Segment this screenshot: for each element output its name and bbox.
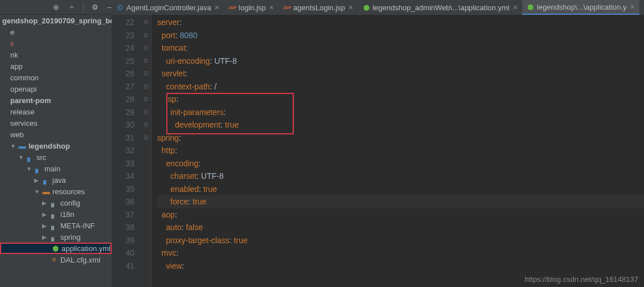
tree-item-label: resources xyxy=(52,187,85,196)
line-number-gutter: 2223242526272829303132333435363738394041 xyxy=(112,15,140,287)
code-editor[interactable]: 2223242526272829303132333435363738394041… xyxy=(112,15,644,287)
code-line[interactable]: context-path: / xyxy=(157,80,644,93)
code-line[interactable]: view: xyxy=(157,260,644,273)
project-sidebar[interactable]: gendshop_20190709_spring_boot esnkappcom… xyxy=(0,15,112,287)
close-icon[interactable]: × xyxy=(513,3,518,12)
fold-gutter[interactable]: ⊟⊟⊟⊟⊟⊟⊟⊟⊟⊟ xyxy=(140,15,151,287)
code-line[interactable]: init-parameters: xyxy=(157,106,644,119)
code-line[interactable]: mvc: xyxy=(157,247,644,260)
code-line[interactable]: proxy-target-class: true xyxy=(157,234,644,247)
tab-label: legendshop_adminWeb\...\application.yml xyxy=(372,3,509,12)
tree-item-label: spring xyxy=(60,233,80,241)
editor-tab[interactable]: JSPagentsLogin.jsp× xyxy=(278,0,358,15)
tab-label: legendshop\...\application.y xyxy=(537,3,627,11)
tab-label: login.jsp xyxy=(239,3,266,12)
close-icon[interactable]: × xyxy=(348,3,353,12)
tree-item[interactable]: parent-pom xyxy=(0,95,112,106)
chevron-right-icon[interactable]: ▶ xyxy=(42,234,48,240)
tree-item-label: META-INF xyxy=(60,222,95,230)
code-content[interactable]: server: port: 8080 tomcat: uri-encoding:… xyxy=(151,15,644,287)
editor-tab[interactable]: ⬢legendshop\...\application.y× xyxy=(522,0,639,15)
chevron-right-icon[interactable]: ▶ xyxy=(42,200,48,206)
code-line[interactable]: uri-encoding: UTF-8 xyxy=(157,55,644,68)
tree-item[interactable]: ▶▖config xyxy=(0,197,112,208)
gear-icon[interactable]: ⚙ xyxy=(91,3,100,12)
tree-item-label: legendshop xyxy=(28,142,70,150)
tree-item[interactable]: openapi xyxy=(0,83,112,95)
chevron-down-icon[interactable]: ▼ xyxy=(10,143,16,149)
tree-item[interactable]: s xyxy=(0,38,112,49)
editor-tabs-bar: ©AgentLoginController.java×JSPlogin.jsp×… xyxy=(112,0,644,15)
tree-item[interactable]: ▼▬legendshop xyxy=(0,140,112,151)
tree-item-label: web xyxy=(10,130,24,139)
toolbar-separator xyxy=(83,2,84,13)
code-line[interactable]: servlet: xyxy=(157,67,644,80)
tree-item-label: config xyxy=(60,199,80,207)
tree-item-label: java xyxy=(52,176,66,184)
close-icon[interactable]: × xyxy=(215,3,219,12)
main-area: gendshop_20190709_spring_boot esnkappcom… xyxy=(0,15,644,287)
tree-item-label: DAL.cfg.xml xyxy=(60,256,100,264)
editor-tab[interactable]: JSPlogin.jsp× xyxy=(224,0,278,15)
target-icon[interactable]: ⊕ xyxy=(51,3,60,12)
tree-item[interactable]: ⬢application.yml xyxy=(0,243,112,254)
tree-item-label: parent-pom xyxy=(10,96,51,105)
code-line[interactable]: force: true xyxy=(157,195,644,208)
code-line[interactable]: auto: false xyxy=(157,221,644,234)
divide-icon[interactable]: ÷ xyxy=(67,3,76,12)
tree-item-label: app xyxy=(10,62,23,71)
chevron-down-icon[interactable]: ▼ xyxy=(26,166,32,172)
code-line[interactable]: aop: xyxy=(157,208,644,222)
code-line[interactable]: server: xyxy=(157,16,644,29)
chevron-right-icon[interactable]: ▶ xyxy=(42,211,48,218)
tree-item[interactable]: ▶▖META-INF xyxy=(0,220,112,231)
tree-item[interactable]: services xyxy=(0,117,112,129)
tree-item[interactable]: ▼▖main xyxy=(0,163,112,174)
tree-item[interactable]: app xyxy=(0,60,112,72)
project-root[interactable]: gendshop_20190709_spring_boot xyxy=(0,15,112,26)
code-line[interactable]: encoding: xyxy=(157,157,644,170)
tree-item[interactable]: ⚙DAL.cfg.xml xyxy=(0,254,112,265)
tree-item[interactable]: e xyxy=(0,26,112,38)
tree-item[interactable]: ▼▬resources xyxy=(0,186,112,197)
watermark-text: https://blog.csdn.net/qq_16148137 xyxy=(525,275,639,284)
tree-item[interactable]: ▶▖i18n xyxy=(0,208,112,220)
chevron-down-icon[interactable]: ▼ xyxy=(34,188,40,195)
tree-item[interactable]: ▶▖spring xyxy=(0,231,112,243)
tree-item-label: s xyxy=(10,39,14,48)
chevron-right-icon[interactable]: ▶ xyxy=(42,223,48,229)
chevron-down-icon[interactable]: ▼ xyxy=(18,154,24,161)
tab-label: agentsLogin.jsp xyxy=(293,3,345,12)
editor-tab[interactable]: ©AgentLoginController.java× xyxy=(112,0,224,15)
close-icon[interactable]: × xyxy=(269,3,274,12)
tree-item[interactable]: ▼▖src xyxy=(0,151,112,163)
close-icon[interactable]: × xyxy=(630,2,634,11)
tree-item-label: i18n xyxy=(60,210,75,219)
tab-label: AgentLoginController.java xyxy=(126,3,211,12)
code-line[interactable]: enabled: true xyxy=(157,183,644,196)
tree-item-label: services xyxy=(10,119,38,128)
tree-item[interactable]: nk xyxy=(0,49,112,60)
tree-item[interactable]: web xyxy=(0,129,112,140)
chevron-right-icon[interactable]: ▶ xyxy=(34,177,40,183)
code-line[interactable]: development: true xyxy=(157,118,644,132)
tree-item-label: main xyxy=(44,165,60,173)
tree-item-label: src xyxy=(36,153,46,162)
code-line[interactable]: tomcat: xyxy=(157,42,644,55)
tree-item-label: e xyxy=(10,28,14,36)
tree-item[interactable]: common xyxy=(0,72,112,83)
tree-item-label: nk xyxy=(10,51,18,59)
tree-item-label: application.yml xyxy=(61,244,110,253)
tree-item-label: release xyxy=(10,108,35,116)
tree-item[interactable]: ▶▖java xyxy=(0,174,112,186)
code-line[interactable]: http: xyxy=(157,144,644,157)
editor-tab[interactable]: ⬢legendshop_adminWeb\...\application.yml… xyxy=(358,0,522,15)
code-line[interactable]: spring: xyxy=(157,132,644,145)
tree-item[interactable]: release xyxy=(0,106,112,117)
tree-item-label: common xyxy=(10,73,39,82)
code-line[interactable]: jsp: xyxy=(157,93,644,106)
tree-item-label: openapi xyxy=(10,85,36,93)
code-line[interactable]: charset: UTF-8 xyxy=(157,170,644,183)
code-line[interactable]: port: 8080 xyxy=(157,29,644,42)
project-root-label: gendshop_20190709_spring_boot xyxy=(2,17,112,25)
